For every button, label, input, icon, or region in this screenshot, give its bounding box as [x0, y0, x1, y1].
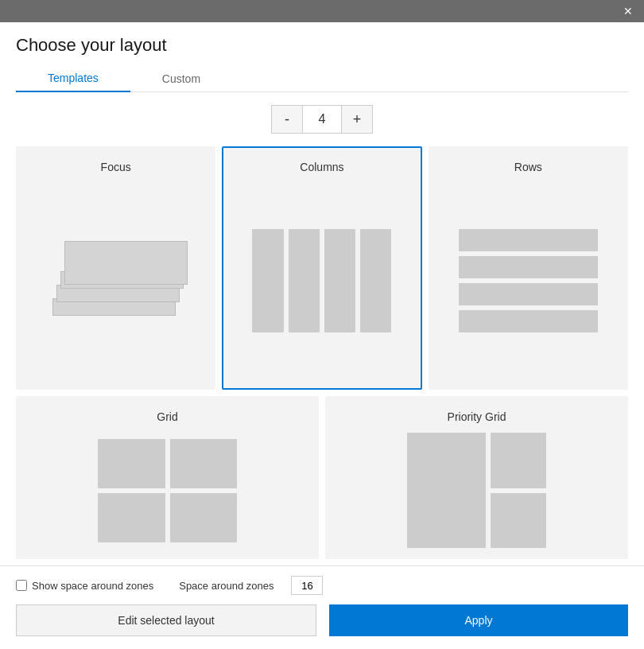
row-3: [459, 283, 598, 305]
col-3: [324, 229, 355, 332]
grid-preview: [98, 439, 237, 542]
counter-row: - 4 +: [0, 92, 644, 140]
col-4: [360, 229, 391, 332]
space-around-label: Space around zones: [179, 580, 274, 592]
tab-templates[interactable]: Templates: [16, 65, 130, 92]
dialog-header: Choose your layout Templates Custom: [0, 22, 644, 92]
grid-preview-container: [27, 433, 308, 548]
grid-cell-3: [98, 493, 165, 542]
focus-preview: [27, 183, 204, 379]
title-bar: ✕: [0, 0, 644, 22]
focus-label: Focus: [101, 161, 131, 173]
columns-preview-container: [233, 183, 410, 379]
layout-card-columns[interactable]: Columns: [222, 146, 421, 390]
layout-card-rows[interactable]: Rows: [429, 146, 628, 390]
col-1: [252, 229, 283, 332]
priority-grid-label: Priority Grid: [448, 410, 506, 423]
col-2: [289, 229, 320, 332]
space-around-input[interactable]: [291, 576, 323, 595]
decrement-button[interactable]: -: [271, 105, 303, 134]
row-2: [459, 256, 598, 278]
layout-dialog: ✕ Choose your layout Templates Custom - …: [0, 0, 644, 649]
row-1: [459, 229, 598, 251]
priority-left: [407, 433, 486, 548]
layout-card-priority-grid[interactable]: Priority Grid: [325, 396, 628, 559]
bottom-options-row: Show space around zones Space around zon…: [0, 565, 644, 604]
layout-card-grid[interactable]: Grid: [16, 396, 319, 559]
row-4: [459, 310, 598, 332]
tabs-container: Templates Custom: [16, 65, 628, 92]
show-space-checkbox[interactable]: [16, 580, 27, 591]
grid-cell-1: [98, 439, 165, 488]
columns-label: Columns: [300, 161, 343, 173]
rows-preview: [459, 229, 598, 332]
close-button[interactable]: ✕: [619, 3, 638, 19]
priority-grid-preview-container: [336, 433, 617, 548]
increment-button[interactable]: +: [341, 105, 373, 134]
rows-preview-container: [440, 183, 617, 379]
columns-preview: [252, 229, 391, 332]
show-space-group: Show space around zones: [16, 580, 153, 592]
grid-label: Grid: [157, 410, 177, 423]
priority-right-top: [491, 433, 546, 488]
layouts-grid-row2: Grid Priority Grid: [0, 396, 644, 565]
dialog-title: Choose your layout: [16, 35, 628, 56]
grid-cell-4: [170, 493, 238, 542]
apply-button[interactable]: Apply: [329, 604, 628, 636]
layout-card-focus[interactable]: Focus: [16, 146, 215, 390]
counter-value: 4: [303, 105, 341, 134]
grid-cell-2: [170, 439, 238, 488]
rows-label: Rows: [514, 161, 542, 173]
show-space-label[interactable]: Show space around zones: [32, 580, 153, 592]
priority-right-bottom: [491, 493, 546, 549]
tab-custom[interactable]: Custom: [130, 65, 232, 91]
edit-selected-layout-button[interactable]: Edit selected layout: [16, 604, 316, 636]
layouts-grid-row1: Focus Columns: [0, 140, 644, 396]
action-row: Edit selected layout Apply: [0, 604, 644, 649]
dialog-content: Choose your layout Templates Custom - 4 …: [0, 22, 644, 649]
priority-grid-preview: [407, 433, 546, 548]
